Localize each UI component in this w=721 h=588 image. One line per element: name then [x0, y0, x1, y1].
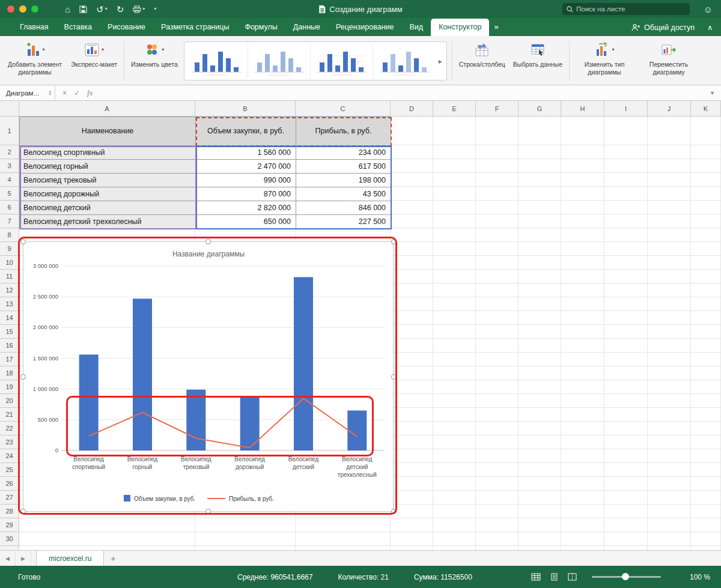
grid-cell[interactable]	[691, 270, 721, 283]
table-cell[interactable]: 650 000	[196, 215, 296, 229]
grid-cell[interactable]	[391, 463, 433, 477]
bar[interactable]	[294, 277, 313, 450]
grid-cell[interactable]	[691, 353, 721, 366]
table-cell[interactable]: Велосипед детский	[20, 201, 196, 215]
grid-cell[interactable]	[561, 353, 604, 366]
grid-cell[interactable]	[561, 145, 604, 159]
grid-cell[interactable]	[691, 145, 721, 159]
quick-layout-button[interactable]: ▾ Экспресс-макет	[69, 40, 119, 82]
chart-selection-handle[interactable]	[391, 509, 397, 514]
grid-cell[interactable]	[648, 270, 691, 283]
row-header-31[interactable]: 31	[0, 546, 19, 550]
grid-cell[interactable]	[476, 449, 519, 463]
print-button[interactable]: ▾	[133, 5, 145, 13]
grid-cell[interactable]	[391, 173, 433, 187]
grid-cell[interactable]	[561, 518, 604, 532]
grid-cell[interactable]	[561, 380, 604, 394]
grid-cell[interactable]	[691, 408, 721, 422]
grid-cell[interactable]	[476, 173, 519, 187]
add-sheet-button[interactable]: +	[104, 551, 122, 566]
grid-cell[interactable]	[604, 546, 648, 550]
table-cell[interactable]: Велосипед горный	[20, 160, 196, 174]
feedback-smiley-icon[interactable]: ☺	[704, 4, 713, 14]
grid-cell[interactable]	[561, 408, 604, 422]
chart-style-thumbnail-2[interactable]	[248, 44, 311, 79]
grid-cell[interactable]	[476, 477, 519, 491]
grid-cell[interactable]	[476, 546, 519, 550]
grid-cell[interactable]	[561, 505, 604, 518]
zoom-slider-knob[interactable]	[622, 573, 629, 580]
grid-cell[interactable]	[391, 449, 433, 463]
grid-cell[interactable]	[604, 311, 648, 325]
row-header-25[interactable]: 25	[0, 463, 19, 477]
ribbon-tab-2[interactable]: Вставка	[56, 19, 100, 36]
grid-cell[interactable]	[561, 435, 604, 449]
chart-style-thumbnail-4[interactable]	[373, 44, 436, 79]
grid-cell[interactable]	[433, 117, 476, 145]
grid-cell[interactable]	[648, 518, 691, 532]
row-header-12[interactable]: 12	[0, 283, 19, 297]
grid-cell[interactable]	[604, 463, 648, 477]
grid-cell[interactable]	[691, 505, 721, 518]
grid-cell[interactable]	[476, 297, 519, 311]
grid-cell[interactable]	[691, 283, 721, 297]
table-header-cell[interactable]: Объем закупки, в руб.	[196, 117, 296, 146]
grid-cell[interactable]	[391, 435, 433, 449]
grid-cell[interactable]	[691, 214, 721, 228]
grid-cell[interactable]	[519, 491, 561, 505]
grid-cell[interactable]	[433, 518, 476, 532]
grid-cell[interactable]	[604, 270, 648, 283]
grid-cell[interactable]	[561, 325, 604, 339]
chart-selection-handle[interactable]	[205, 509, 211, 514]
column-header-K[interactable]: K	[691, 101, 721, 116]
grid-cell[interactable]	[476, 256, 519, 270]
chart-style-thumbnail-3[interactable]	[311, 44, 373, 79]
grid-cell[interactable]	[519, 270, 561, 283]
column-header-B[interactable]: B	[195, 101, 296, 116]
grid-cell[interactable]	[476, 242, 519, 256]
grid-cell[interactable]	[648, 380, 691, 394]
grid-cell[interactable]	[476, 463, 519, 477]
chart-selection-handle[interactable]	[391, 374, 397, 380]
grid-cell[interactable]	[433, 325, 476, 339]
grid-cell[interactable]	[519, 187, 561, 201]
legend-label-bar[interactable]: Объем закупки, в руб.	[134, 496, 195, 502]
grid-cell[interactable]	[604, 228, 648, 242]
grid-cell[interactable]	[561, 491, 604, 505]
row-header-10[interactable]: 10	[0, 256, 19, 270]
grid-cell[interactable]	[604, 173, 648, 187]
table-cell[interactable]: 198 000	[296, 174, 391, 187]
table-header-cell[interactable]: Наименование	[20, 117, 196, 146]
grid-cell[interactable]	[476, 422, 519, 435]
grid-cell[interactable]	[691, 117, 721, 145]
grid-cell[interactable]	[604, 297, 648, 311]
grid-cell[interactable]	[476, 214, 519, 228]
grid-cell[interactable]	[433, 159, 476, 173]
switch-row-column-button[interactable]: Строка/столбец	[457, 40, 507, 82]
column-header-A[interactable]: A	[19, 101, 195, 116]
grid-cell[interactable]	[691, 256, 721, 270]
grid-cell[interactable]	[391, 201, 433, 214]
grid-cell[interactable]	[648, 366, 691, 380]
grid-cell[interactable]	[648, 491, 691, 505]
grid-cell[interactable]	[391, 117, 433, 145]
grid-cell[interactable]	[519, 325, 561, 339]
zoom-window-button[interactable]	[31, 5, 38, 13]
table-cell[interactable]: Велосипед трековый	[20, 174, 196, 187]
grid-cell[interactable]	[648, 449, 691, 463]
table-cell[interactable]: 990 000	[196, 174, 296, 187]
grid-cell[interactable]	[519, 477, 561, 491]
grid-cell[interactable]	[648, 477, 691, 491]
grid-cell[interactable]	[648, 325, 691, 339]
grid-cell[interactable]	[433, 394, 476, 408]
bar[interactable]	[186, 390, 205, 450]
home-icon[interactable]: ⌂	[65, 5, 70, 14]
chart-canvas[interactable]: Название диаграммы0500 0001 000 0001 500…	[23, 242, 394, 512]
grid-cell[interactable]	[433, 311, 476, 325]
grid-cell[interactable]	[604, 117, 648, 145]
grid-cell[interactable]	[476, 339, 519, 353]
row-header-11[interactable]: 11	[0, 270, 19, 283]
grid-cell[interactable]	[519, 380, 561, 394]
add-chart-element-button[interactable]: ▾ Добавить элемент диаграммы	[5, 40, 65, 82]
ribbon-tab-4[interactable]: Разметка страницы	[153, 19, 237, 36]
